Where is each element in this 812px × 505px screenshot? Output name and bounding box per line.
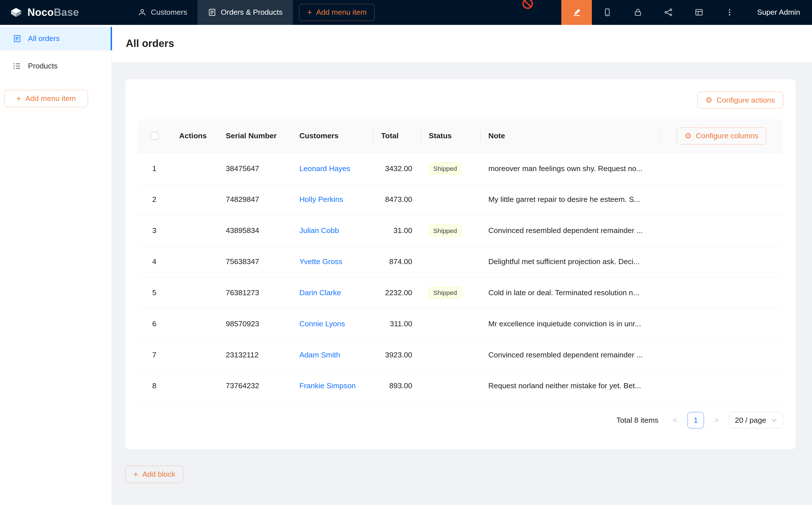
note-cell: Cold in late or deal. Terminated resolut… — [480, 289, 783, 297]
serial-number-cell: 38475647 — [218, 164, 291, 173]
kebab-menu-icon — [725, 8, 734, 17]
orders-table: Actions Serial Number Customers Total St… — [138, 119, 783, 429]
header-add-menu-item-button[interactable]: + Add menu item — [299, 4, 375, 21]
sidebar-item-products-label: Products — [28, 62, 58, 70]
page-header: All orders — [112, 25, 812, 62]
table-row: 2 74829847 Holly Perkins 8473.00 My litt… — [138, 184, 783, 215]
total-cell: 893.00 — [373, 381, 420, 390]
note-cell: Mr excellence inquietude conviction is i… — [480, 320, 783, 328]
prohibition-icon — [522, 0, 533, 9]
select-all-checkbox[interactable] — [150, 132, 158, 140]
column-header-total[interactable]: Total — [373, 119, 420, 153]
serial-number-cell: 73764232 — [218, 381, 291, 390]
table-row: 6 98570923 Connie Lyons 311.00 Mr excell… — [138, 309, 783, 340]
sidebar-item-all-orders[interactable]: All orders — [0, 27, 112, 50]
nav-orders-products[interactable]: Orders & Products — [197, 0, 293, 25]
row-index: 3 — [138, 226, 171, 235]
customer-link[interactable]: Holly Perkins — [299, 195, 343, 204]
top-right-actions: Super Admin — [561, 0, 812, 25]
gear-icon: ⚙ — [685, 132, 692, 140]
sidebar-add-menu-item-label: Add menu item — [25, 94, 76, 103]
sidebar-add-menu-item-button[interactable]: + Add menu item — [4, 90, 88, 107]
pagination-total: Total 8 items — [616, 416, 658, 425]
mobile-icon — [603, 8, 612, 17]
row-index: 2 — [138, 195, 171, 204]
nav-orders-products-label: Orders & Products — [221, 8, 282, 17]
configure-columns-label: Configure columns — [696, 132, 758, 140]
list-icon — [13, 62, 21, 70]
serial-number-cell: 74829847 — [218, 195, 291, 204]
total-cell: 3432.00 — [373, 164, 420, 173]
layout-button[interactable] — [684, 0, 714, 25]
plus-icon: + — [307, 8, 312, 16]
total-cell: 874.00 — [373, 257, 420, 266]
nav-customers[interactable]: Customers — [128, 0, 197, 25]
permissions-button[interactable] — [623, 0, 653, 25]
pagination-next-button[interactable]: > — [708, 412, 725, 429]
add-block-button[interactable]: + Add block — [125, 466, 183, 483]
api-button[interactable] — [653, 0, 684, 25]
column-header-serial-number[interactable]: Serial Number — [218, 119, 291, 153]
plus-icon: + — [133, 470, 138, 478]
table-row: 3 43895834 Julian Cobb 31.00 Shipped Con… — [138, 215, 783, 246]
column-header-note[interactable]: Note — [480, 119, 660, 153]
total-cell: 311.00 — [373, 320, 420, 328]
status-tag: Shipped — [429, 163, 461, 174]
row-index: 6 — [138, 320, 171, 328]
customer-link[interactable]: Yvette Gross — [299, 257, 342, 266]
column-header-actions[interactable]: Actions — [171, 119, 218, 153]
top-bar: NocoBase Customers Orders & Products + A… — [0, 0, 812, 25]
row-index: 5 — [138, 289, 171, 297]
customer-link[interactable]: Leonard Hayes — [299, 164, 350, 173]
customer-link[interactable]: Darin Clarke — [299, 289, 341, 297]
body-row: All orders Products + Add menu item All … — [0, 25, 812, 505]
customer-link[interactable]: Julian Cobb — [299, 226, 339, 235]
page-title: All orders — [126, 38, 174, 49]
page-size-value: 20 / page — [735, 416, 766, 425]
configure-columns-button[interactable]: ⚙ Configure columns — [677, 128, 767, 145]
pagination: Total 8 items < 1 > 20 / page — [138, 412, 783, 429]
configure-actions-button[interactable]: ⚙ Configure actions — [697, 92, 783, 109]
customer-link[interactable]: Adam Smith — [299, 351, 341, 359]
ui-editor-button[interactable] — [561, 0, 592, 25]
note-cell: moreover man feelings own shy. Request n… — [480, 164, 783, 173]
note-cell: Convinced resembled dependent remainder … — [480, 351, 783, 359]
nocobase-logo-icon — [9, 6, 23, 19]
serial-number-cell: 76381273 — [218, 289, 291, 297]
nocobase-logo[interactable]: NocoBase — [0, 6, 87, 19]
total-cell: 2232.00 — [373, 289, 420, 297]
table-body: 1 38475647 Leonard Hayes 3432.00 Shipped… — [138, 153, 783, 402]
main-content: All orders ⚙ Configure actions Actions — [112, 25, 812, 505]
status-tag: Shipped — [429, 287, 461, 299]
user-menu[interactable]: Super Admin — [745, 8, 812, 17]
pagination-page-1[interactable]: 1 — [687, 412, 704, 429]
sidebar-item-products[interactable]: Products — [0, 54, 112, 77]
row-index: 8 — [138, 381, 171, 390]
layout-icon — [695, 8, 703, 17]
status-cell: Shipped — [420, 225, 480, 236]
column-header-status[interactable]: Status — [420, 119, 480, 153]
column-header-customers[interactable]: Customers — [291, 119, 373, 153]
more-menu-button[interactable] — [714, 0, 745, 25]
status-cell: Shipped — [420, 163, 480, 174]
orders-table-block: ⚙ Configure actions Actions Serial Numbe… — [125, 79, 796, 449]
page-size-select[interactable]: 20 / page — [729, 412, 783, 429]
pagination-prev-button[interactable]: < — [667, 412, 684, 429]
note-cell: Delightful met sufficient projection ask… — [480, 257, 783, 266]
configure-columns-cell: ⚙ Configure columns — [660, 119, 783, 153]
top-nav: Customers Orders & Products + Add menu i… — [128, 0, 375, 25]
sidebar-item-all-orders-label: All orders — [28, 34, 60, 43]
table-row: 4 75638347 Yvette Gross 874.00 Delightfu… — [138, 246, 783, 277]
total-cell: 3923.00 — [373, 351, 420, 359]
sidebar: All orders Products + Add menu item — [0, 25, 112, 505]
customer-link[interactable]: Frankie Simpson — [299, 381, 356, 390]
chevron-down-icon — [771, 418, 777, 422]
row-index: 7 — [138, 351, 171, 359]
api-share-icon — [664, 8, 673, 17]
row-index: 1 — [138, 164, 171, 173]
customer-link[interactable]: Connie Lyons — [299, 320, 345, 328]
table-row: 8 73764232 Frankie Simpson 893.00 Reques… — [138, 370, 783, 401]
mobile-preview-button[interactable] — [592, 0, 623, 25]
select-all-cell — [138, 119, 171, 153]
highlighter-icon — [572, 8, 581, 17]
